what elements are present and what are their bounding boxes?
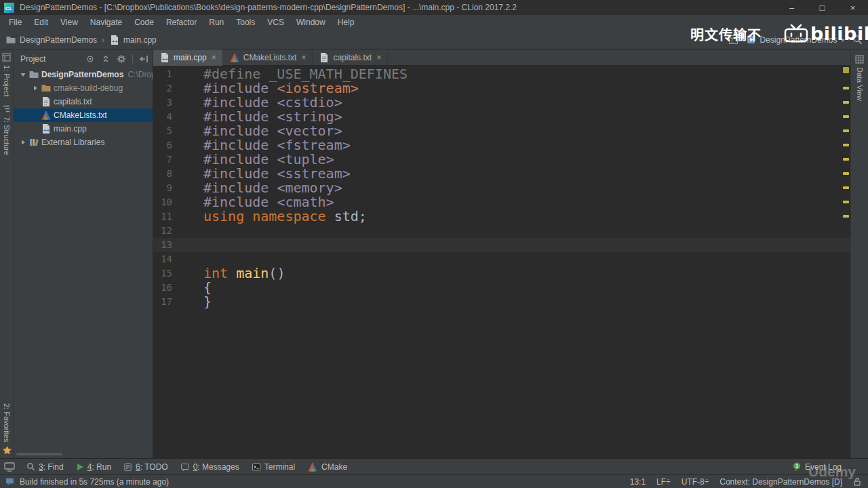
menu-window[interactable]: Window [290, 15, 332, 30]
tool-tab-2-favorites[interactable]: 2: Favorites [2, 403, 12, 455]
code-text [201, 224, 203, 238]
tree-item-main-cpp[interactable]: ++main.cpp [14, 122, 153, 136]
editor-tab-main-cpp[interactable]: ++main.cpp× [153, 49, 223, 66]
inspection-indicator[interactable] [843, 67, 849, 73]
menu-help[interactable]: Help [332, 15, 361, 30]
tool-button-0-messages[interactable]: 0: Messages [174, 459, 245, 475]
collapse-all-icon[interactable] [101, 54, 111, 64]
tree-item-external-libraries[interactable]: External Libraries [14, 136, 153, 149]
tree-item-cmakelists-txt[interactable]: CMakeLists.txt [14, 108, 153, 122]
bilibili-tv-icon [784, 24, 808, 44]
editor-tab-label: capitals.txt [333, 53, 372, 62]
left-stripe-top: 1: Project7: Structure [0, 49, 13, 155]
menu-vcs[interactable]: VCS [261, 15, 290, 30]
tree-item-label: main.cpp [54, 124, 87, 134]
file-cmake-icon [229, 52, 240, 63]
tool-button-4-run[interactable]: 4: Run [70, 459, 117, 475]
line-number: 11 [153, 209, 201, 224]
tree-item-label: External Libraries [41, 138, 104, 147]
messages-icon [180, 462, 190, 472]
line-separator[interactable]: LF÷ [656, 477, 671, 487]
code-text: #include <tuple> [201, 152, 334, 167]
tree-item-designpatterndemos[interactable]: DesignPatternDemosC:\Drop [14, 68, 153, 81]
tree-item-capitals-txt[interactable]: capitals.txt [14, 95, 153, 108]
close-button[interactable]: × [837, 0, 868, 15]
code-text: #include <cstdio> [201, 96, 342, 110]
code-text: #include <cmath> [201, 195, 334, 209]
breadcrumb-item[interactable]: DesignPatternDemos [5, 35, 97, 45]
right-tool-stripe: Data View [850, 49, 868, 458]
locate-icon[interactable] [85, 54, 95, 64]
toolbar-separator [132, 54, 133, 63]
file-text-icon [40, 96, 52, 107]
notification-icon[interactable] [5, 477, 14, 486]
tool-tab-1-project[interactable]: 1: Project [2, 53, 11, 96]
menu-code[interactable]: Code [128, 15, 160, 30]
menu-refactor[interactable]: Refactor [160, 15, 203, 30]
editor-tab-bar: ++main.cpp×CMakeLists.txt×capitals.txt× [153, 49, 850, 66]
line-number: 9 [153, 181, 201, 195]
code-line-3: 3#include <cstdio> [153, 96, 850, 110]
svg-text:++: ++ [162, 56, 168, 62]
svg-text:++: ++ [112, 38, 118, 44]
file-cpp-icon: ++ [40, 123, 52, 134]
close-tab-icon[interactable]: × [212, 53, 216, 62]
tool-tab-label: 2: Favorites [3, 403, 11, 442]
file-encoding[interactable]: UTF-8÷ [682, 477, 709, 487]
menu-edit[interactable]: Edit [28, 15, 54, 30]
data-view-icon [855, 55, 864, 64]
project-tool-icon [2, 53, 11, 62]
menu-navigate[interactable]: Navigate [84, 15, 128, 30]
code-line-17: 17} [153, 295, 850, 309]
code-token [228, 265, 236, 281]
menu-file[interactable]: File [3, 15, 28, 30]
breadcrumb-item[interactable]: ++main.cpp [109, 35, 157, 45]
code-text: #include <iostream> [201, 81, 359, 96]
status-message: Build finished in 5s 725ms (a minute ago… [20, 477, 169, 487]
folder-icon [28, 69, 39, 80]
code-line-15: 15int main() [153, 266, 850, 281]
line-number: 14 [153, 252, 201, 266]
tool-button-label: Terminal [264, 462, 295, 472]
tool-button-3-find[interactable]: 3: Find [20, 459, 70, 475]
code-line-1: 1#define _USE_MATH_DEFINES [153, 67, 850, 81]
tool-button-terminal[interactable]: Terminal [245, 459, 301, 475]
close-tab-icon[interactable]: × [376, 53, 381, 62]
tool-button-cmake[interactable]: CMake [301, 459, 353, 475]
file-text-icon [319, 52, 330, 63]
tool-tab-data-view[interactable]: Data View [855, 55, 864, 101]
minimize-button[interactable]: – [776, 0, 807, 15]
menu-run[interactable]: Run [203, 15, 230, 30]
bottom-bar-buttons: 3: Find4: Run6: TODO0: MessagesTerminalC… [20, 459, 353, 475]
editor-tab-capitals-txt[interactable]: capitals.txt× [313, 49, 388, 66]
file-cpp-icon: ++ [159, 52, 170, 63]
code-line-13: 13 [153, 238, 850, 252]
tree-item-label: CMakeLists.txt [54, 110, 107, 120]
gear-icon[interactable] [117, 54, 126, 64]
structure-tool-icon [2, 104, 11, 113]
maximize-button[interactable]: □ [807, 0, 837, 15]
find-icon [26, 462, 35, 471]
toolwindow-switcher-icon[interactable] [4, 462, 15, 472]
breadcrumb-label: DesignPatternDemos [20, 35, 97, 45]
tool-button-6-todo[interactable]: 6: TODO [117, 459, 174, 475]
close-tab-icon[interactable]: × [301, 53, 306, 62]
editor-tab-cmakelists-txt[interactable]: CMakeLists.txt× [223, 49, 313, 66]
tree-item-cmake-build-debug[interactable]: cmake-build-debug [14, 81, 153, 95]
tool-tab-7-structure[interactable]: 7: Structure [2, 104, 11, 155]
status-bar: Build finished in 5s 725ms (a minute ago… [0, 474, 868, 488]
code-line-7: 7#include <tuple> [153, 152, 850, 167]
menu-tools[interactable]: Tools [230, 15, 261, 30]
watermark-udemy: Udemy [808, 464, 856, 480]
line-number: 5 [153, 124, 201, 138]
caret-position[interactable]: 13:1 [630, 477, 646, 487]
hide-icon[interactable] [139, 54, 149, 64]
horizontal-scrollbar[interactable] [16, 453, 62, 455]
line-number: 6 [153, 138, 201, 152]
menu-view[interactable]: View [54, 15, 84, 30]
bottom-tool-bar: 3: Find4: Run6: TODO0: MessagesTerminalC… [0, 458, 868, 474]
tool-tab-label: Data View [856, 67, 864, 101]
watermark-bilibili: bilibili [784, 23, 868, 44]
editor[interactable]: 1#define _USE_MATH_DEFINES2#include <ios… [153, 66, 850, 458]
code-text [201, 238, 203, 252]
